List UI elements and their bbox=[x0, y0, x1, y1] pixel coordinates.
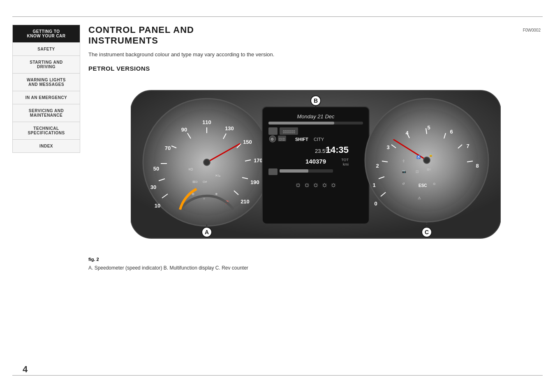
svg-text:7: 7 bbox=[466, 143, 469, 149]
svg-text:⚠: ⚠ bbox=[418, 196, 421, 200]
fig-label: fig. 2 bbox=[88, 257, 543, 262]
page-border-bottom bbox=[12, 375, 543, 376]
svg-text:70: 70 bbox=[164, 145, 170, 151]
svg-text:🔒: 🔒 bbox=[429, 153, 433, 157]
svg-rect-38 bbox=[268, 122, 334, 125]
figure-caption-container: fig. 2 A. Speedometer (speed indicator) … bbox=[88, 257, 543, 271]
sidebar-item-technical[interactable]: TECHNICALSPECIFICATIONS bbox=[12, 122, 80, 139]
dashboard: 10 30 50 70 90 110 130 150 170 190 bbox=[131, 88, 501, 244]
svg-rect-53 bbox=[268, 168, 278, 175]
svg-text:130: 130 bbox=[225, 125, 234, 131]
svg-text:1: 1 bbox=[372, 182, 375, 188]
svg-text:150: 150 bbox=[243, 139, 252, 145]
svg-text:✕ℓ₂: ✕ℓ₂ bbox=[215, 174, 220, 178]
sidebar-item-warning-lights[interactable]: WARNING LIGHTSAND MESSAGES bbox=[12, 73, 80, 91]
svg-text:170: 170 bbox=[254, 157, 263, 164]
svg-text:☼ ☼ ☼ ☼ ☼: ☼ ☼ ☼ ☼ ☼ bbox=[294, 180, 337, 189]
svg-text:3: 3 bbox=[386, 144, 389, 150]
sidebar-item-index[interactable]: INDEX bbox=[12, 139, 80, 153]
svg-text:⊙!: ⊙! bbox=[427, 168, 430, 171]
svg-text:📷: 📷 bbox=[402, 169, 406, 173]
svg-text:⇧: ⇧ bbox=[402, 159, 405, 163]
svg-rect-39 bbox=[268, 127, 278, 135]
subtitle: The instrument background colour and typ… bbox=[88, 51, 543, 58]
page-number: 4 bbox=[23, 364, 28, 375]
svg-text:⊙: ⊙ bbox=[433, 182, 436, 186]
sidebar: GETTING TOKNOW YOUR CAR SAFETY STARTING … bbox=[12, 25, 80, 369]
svg-text:210: 210 bbox=[240, 198, 250, 205]
svg-text:kmi: kmi bbox=[343, 162, 349, 166]
svg-text:A: A bbox=[204, 229, 208, 235]
figure-id: F0W0002 bbox=[523, 28, 541, 32]
svg-text:90: 90 bbox=[181, 127, 187, 133]
main-content: CONTROL PANEL AND INSTRUMENTS The instru… bbox=[88, 25, 543, 369]
svg-text:14:35: 14:35 bbox=[325, 145, 348, 155]
instrument-cluster-container: 10 30 50 70 90 110 130 150 170 190 bbox=[88, 78, 543, 255]
sidebar-item-starting-driving[interactable]: STARTING ANDDRIVING bbox=[12, 55, 80, 73]
svg-text:0: 0 bbox=[374, 201, 377, 207]
fig-caption: A. Speedometer (speed indicator) B. Mult… bbox=[88, 265, 543, 271]
svg-text:5: 5 bbox=[427, 125, 430, 131]
section-title: PETROL VERSIONS bbox=[88, 65, 543, 72]
svg-text:CITY: CITY bbox=[314, 137, 324, 142]
svg-text:2: 2 bbox=[376, 163, 379, 169]
svg-text:SHIFT: SHIFT bbox=[295, 137, 308, 142]
svg-text:B: B bbox=[313, 97, 317, 104]
svg-text:140379: 140379 bbox=[305, 158, 326, 165]
sidebar-item-getting-to-know[interactable]: GETTING TOKNOW YOUR CAR bbox=[12, 25, 80, 42]
svg-text:≡D: ≡D bbox=[188, 167, 193, 171]
svg-text:◫: ◫ bbox=[416, 170, 419, 173]
svg-text:❄: ❄ bbox=[215, 192, 218, 196]
svg-text:Monday  21  Dec: Monday 21 Dec bbox=[297, 113, 335, 120]
svg-text:⚙: ⚙ bbox=[271, 137, 274, 141]
svg-text:8: 8 bbox=[476, 163, 479, 169]
svg-text:110: 110 bbox=[202, 119, 211, 125]
svg-text:↺: ↺ bbox=[402, 182, 405, 186]
svg-text:ESC: ESC bbox=[419, 183, 427, 188]
sidebar-item-emergency[interactable]: IN AN EMERGENCY bbox=[12, 91, 80, 104]
svg-text:C: C bbox=[424, 229, 428, 235]
page-border-top bbox=[12, 16, 543, 17]
svg-rect-55 bbox=[280, 169, 308, 173]
svg-text:⊞D: ⊞D bbox=[192, 180, 198, 184]
svg-text:O≠: O≠ bbox=[203, 180, 207, 184]
svg-point-78 bbox=[423, 157, 430, 164]
svg-text:30: 30 bbox=[150, 184, 156, 190]
svg-text:◫◫: ◫◫ bbox=[279, 137, 285, 141]
svg-text:10: 10 bbox=[154, 203, 160, 209]
dashboard-svg: 10 30 50 70 90 110 130 150 170 190 bbox=[131, 88, 501, 244]
svg-text:50: 50 bbox=[153, 166, 159, 172]
svg-text:▯▯▯▯▯▯: ▯▯▯▯▯▯ bbox=[283, 129, 295, 134]
svg-text:TOT: TOT bbox=[341, 158, 349, 162]
svg-text:♿: ♿ bbox=[416, 155, 421, 159]
svg-text:6: 6 bbox=[450, 129, 453, 135]
svg-point-26 bbox=[204, 159, 210, 166]
chapter-title: CONTROL PANEL AND INSTRUMENTS bbox=[88, 25, 543, 46]
sidebar-item-safety[interactable]: SAFETY bbox=[12, 42, 80, 55]
svg-text:190: 190 bbox=[250, 179, 259, 185]
sidebar-item-servicing[interactable]: SERVICING ANDMAINTENANCE bbox=[12, 104, 80, 122]
